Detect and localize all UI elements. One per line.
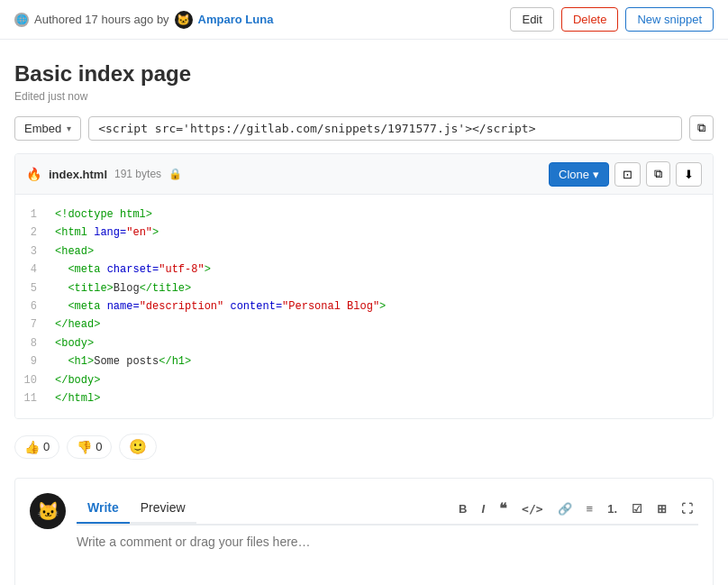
reactions-bar: 👍 0 👎 0 🙂 bbox=[14, 434, 714, 460]
top-bar-actions: Edit Delete New snippet bbox=[510, 7, 714, 32]
new-snippet-button[interactable]: New snippet bbox=[625, 7, 714, 32]
code-line: 10 </body> bbox=[15, 371, 713, 389]
thumbs-down-icon: 👎 bbox=[77, 440, 92, 454]
line-number: 1 bbox=[15, 206, 51, 224]
code-line: 8 <body> bbox=[15, 334, 713, 352]
raw-button[interactable]: ⊡ bbox=[614, 162, 641, 187]
code-line: 6 <meta name="description" content="Pers… bbox=[15, 297, 713, 315]
copy-embed-button[interactable]: ⧉ bbox=[689, 115, 714, 141]
comment-tabs-row: Write Preview B I ❝ </> 🔗 ≡ 1. ☑ ⊞ ⛶ bbox=[77, 493, 698, 526]
embed-bar: Embed ▾ ⧉ bbox=[14, 115, 714, 141]
code-line: 2 <html lang="en"> bbox=[15, 224, 713, 242]
main-content: Basic index page Edited just now Embed ▾… bbox=[0, 40, 728, 585]
top-bar: 🌐 Authored 17 hours ago by 🐱 Amparo Luna… bbox=[0, 0, 728, 40]
quote-button[interactable]: ❝ bbox=[494, 497, 513, 521]
clone-button[interactable]: Clone ▾ bbox=[549, 162, 609, 187]
line-content: <html lang="en"> bbox=[51, 224, 713, 242]
line-content: <!doctype html> bbox=[51, 206, 713, 224]
bullet-list-button[interactable]: ≡ bbox=[581, 498, 599, 519]
code-line: 1 <!doctype html> bbox=[15, 206, 713, 224]
bold-button[interactable]: B bbox=[453, 498, 472, 519]
code-line: 7 </head> bbox=[15, 315, 713, 334]
line-content: <body> bbox=[51, 334, 713, 352]
thumbs-up-button[interactable]: 👍 0 bbox=[14, 435, 59, 459]
edited-timestamp: Edited just now bbox=[14, 90, 714, 103]
download-button[interactable]: ⬇ bbox=[676, 162, 702, 187]
author-info: 🌐 Authored 17 hours ago by 🐱 Amparo Luna bbox=[14, 11, 510, 29]
line-content: <h1>Some posts</h1> bbox=[51, 352, 713, 370]
line-content: </html> bbox=[51, 389, 713, 407]
thumbs-up-count: 0 bbox=[43, 440, 50, 453]
chevron-down-icon: ▾ bbox=[593, 168, 599, 181]
code-block: 1 <!doctype html> 2 <html lang="en"> 3 <… bbox=[15, 195, 713, 418]
page-title: Basic index page bbox=[14, 61, 714, 87]
ordered-list-button[interactable]: 1. bbox=[602, 498, 623, 519]
current-user-avatar: 🐱 bbox=[30, 493, 66, 529]
comment-tabs: Write Preview bbox=[77, 493, 196, 524]
line-number: 8 bbox=[15, 334, 51, 352]
author-link[interactable]: Amparo Luna bbox=[198, 13, 274, 26]
tab-preview[interactable]: Preview bbox=[130, 493, 196, 522]
code-line: 4 <meta charset="utf-8"> bbox=[15, 261, 713, 279]
html-file-icon: 🔥 bbox=[26, 167, 41, 181]
emoji-icon: 🙂 bbox=[129, 439, 147, 454]
comment-box: Write Preview B I ❝ </> 🔗 ≡ 1. ☑ ⊞ ⛶ bbox=[77, 493, 698, 585]
file-actions: Clone ▾ ⊡ ⧉ ⬇ bbox=[549, 161, 702, 187]
copy-file-button[interactable]: ⧉ bbox=[646, 161, 670, 187]
embed-label: Embed bbox=[24, 122, 61, 135]
globe-icon: 🌐 bbox=[14, 13, 29, 27]
line-number: 7 bbox=[15, 315, 51, 334]
line-content: <meta name="description" content="Person… bbox=[51, 297, 713, 315]
chevron-down-icon: ▾ bbox=[67, 123, 71, 133]
line-number: 3 bbox=[15, 242, 51, 261]
code-line: 3 <head> bbox=[15, 242, 713, 261]
code-line: 9 <h1>Some posts</h1> bbox=[15, 352, 713, 370]
line-number: 6 bbox=[15, 297, 51, 315]
thumbs-down-count: 0 bbox=[96, 440, 102, 453]
line-content: </head> bbox=[51, 315, 713, 334]
line-content: <head> bbox=[51, 242, 713, 261]
code-line: 5 <title>Blog</title> bbox=[15, 279, 713, 297]
embed-input[interactable] bbox=[88, 116, 682, 141]
line-content: <title>Blog</title> bbox=[51, 279, 713, 297]
italic-button[interactable]: I bbox=[476, 498, 490, 519]
comment-textarea[interactable] bbox=[77, 526, 698, 585]
link-button[interactable]: 🔗 bbox=[552, 498, 578, 519]
add-emoji-button[interactable]: 🙂 bbox=[119, 434, 157, 460]
line-number: 5 bbox=[15, 279, 51, 297]
task-list-button[interactable]: ☑ bbox=[626, 498, 648, 519]
tab-write[interactable]: Write bbox=[77, 493, 130, 524]
clone-label: Clone bbox=[559, 168, 589, 181]
lock-icon[interactable]: 🔒 bbox=[168, 168, 182, 180]
authored-text: Authored 17 hours ago by bbox=[34, 13, 169, 26]
comment-toolbar: B I ❝ </> 🔗 ≡ 1. ☑ ⊞ ⛶ bbox=[453, 497, 698, 521]
line-number: 9 bbox=[15, 352, 51, 370]
code-button[interactable]: </> bbox=[516, 498, 548, 519]
fullscreen-button[interactable]: ⛶ bbox=[676, 498, 698, 519]
copy-icon: ⧉ bbox=[697, 121, 705, 135]
line-number: 10 bbox=[15, 371, 51, 389]
line-content: </body> bbox=[51, 371, 713, 389]
table-button[interactable]: ⊞ bbox=[651, 498, 672, 519]
thumbs-down-button[interactable]: 👎 0 bbox=[67, 435, 112, 459]
file-header: 🔥 index.html 191 bytes 🔒 Clone ▾ ⊡ ⧉ ⬇ bbox=[15, 154, 713, 195]
line-number: 11 bbox=[15, 389, 51, 407]
author-avatar: 🐱 bbox=[175, 11, 193, 29]
thumbs-up-icon: 👍 bbox=[24, 440, 40, 454]
comment-section: 🐱 Write Preview B I ❝ </> 🔗 ≡ 1. ☑ ⊞ ⛶ bbox=[14, 478, 714, 585]
file-size: 191 bytes bbox=[114, 168, 161, 180]
delete-button[interactable]: Delete bbox=[561, 7, 619, 32]
line-number: 2 bbox=[15, 224, 51, 242]
line-content: <meta charset="utf-8"> bbox=[51, 261, 713, 279]
edit-button[interactable]: Edit bbox=[510, 7, 553, 32]
file-name: index.html bbox=[49, 168, 107, 181]
file-card: 🔥 index.html 191 bytes 🔒 Clone ▾ ⊡ ⧉ ⬇ 1… bbox=[14, 153, 714, 419]
code-line: 11 </html> bbox=[15, 389, 713, 407]
line-number: 4 bbox=[15, 261, 51, 279]
embed-dropdown[interactable]: Embed ▾ bbox=[14, 116, 81, 141]
